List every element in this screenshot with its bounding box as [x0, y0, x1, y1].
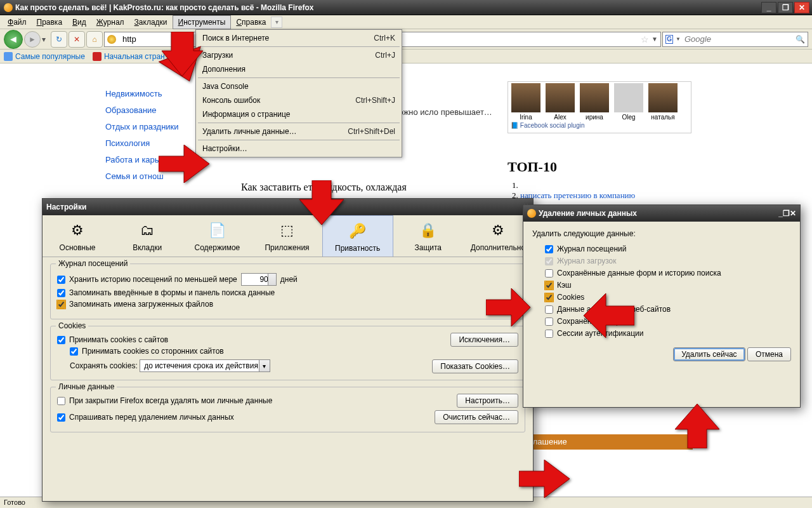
avatar	[648, 83, 678, 112]
menubar-item-5[interactable]: Инструменты	[173, 15, 232, 29]
firefox-icon	[4, 3, 13, 12]
settings-tab-Основные[interactable]: ⚙Основные	[43, 215, 112, 257]
top-10: ТОП-10 написать претензию в компанию	[508, 159, 635, 201]
reload-button[interactable]: ↻	[51, 31, 67, 48]
search-caret[interactable]: ▼	[676, 36, 681, 42]
accept-cookies-checkbox[interactable]	[57, 336, 65, 344]
tools-dropdown-menu: Поиск в ИнтернетеCtrl+KЗагрузкиCtrl+JДоп…	[195, 29, 402, 157]
clear-item-1-label: Журнал загрузок	[557, 257, 617, 265]
settings-tab-Вкладки[interactable]: 🗂Вкладки	[112, 215, 182, 257]
sidebar-link-2[interactable]: Отдых и праздники	[105, 122, 179, 131]
clear-item-0-checkbox[interactable]	[545, 245, 553, 253]
cookies-fieldset: Cookies Исключения… Принимать cookies с …	[50, 326, 525, 380]
clear-item-3-label: Кэш	[557, 281, 572, 290]
arrow-4	[486, 288, 530, 328]
private-configure-button[interactable]: Настроить…	[457, 394, 518, 408]
search-input[interactable]	[683, 34, 793, 44]
status-text: Готово	[4, 498, 25, 506]
clear-on-close-checkbox[interactable]	[57, 397, 65, 405]
bookmark-item-1[interactable]: Начальная стран	[93, 52, 165, 61]
ask-before-label: Спрашивать перед удалением личных данных	[69, 413, 234, 422]
clear-item-0-label: Журнал посещений	[557, 244, 626, 253]
settings-title: Настройки	[46, 203, 523, 211]
keep-cookies-select[interactable]: до истечения срока их действия	[140, 359, 270, 372]
delete-now-button[interactable]: Удалить сейчас	[673, 347, 745, 361]
svg-marker-1	[162, 32, 203, 76]
menu-item-7[interactable]: Информация о странице	[197, 107, 400, 121]
clear-item-4-checkbox[interactable]	[545, 293, 553, 302]
history-caret[interactable]: ▾	[42, 35, 49, 44]
clear-restore-button[interactable]: ❐	[783, 209, 790, 218]
menu-item-0[interactable]: Поиск в ИнтернетеCtrl+K	[197, 31, 400, 45]
search-go-icon[interactable]: 🔍	[796, 35, 805, 44]
clear-close-button[interactable]: ✕	[790, 209, 796, 218]
settings-dialog: Настройки ✕ ⚙Основные🗂Вкладки📄Содержимое…	[42, 198, 534, 502]
keep-history-checkbox[interactable]	[57, 276, 65, 284]
accept-cookies-label: Принимать cookies с сайтов	[69, 335, 168, 344]
avatar	[614, 83, 643, 112]
svg-marker-3	[299, 180, 344, 225]
nav-toolbar: ◄ ► ▾ ↻ ✕ ⌂ ☆ ▼ G ▼ 🔍	[0, 29, 812, 50]
social-person-2[interactable]: ирина	[578, 83, 611, 121]
clear-item-2-checkbox[interactable]	[545, 269, 553, 277]
back-button[interactable]: ◄	[4, 30, 23, 49]
ask-before-checkbox[interactable]	[57, 413, 65, 422]
tab-icon: ⬚	[277, 220, 297, 241]
clear-item-6-checkbox[interactable]	[545, 318, 553, 326]
clear-item-5-checkbox[interactable]	[545, 305, 553, 314]
cookies-exceptions-button[interactable]: Исключения…	[450, 333, 518, 347]
search-box[interactable]: G ▼ 🔍	[662, 32, 808, 47]
clear-item-1-checkbox	[545, 257, 553, 265]
top10-link-0[interactable]: написать претензию в компанию	[520, 190, 635, 200]
avatar	[546, 83, 575, 112]
clear-item-7-checkbox[interactable]	[545, 330, 553, 338]
bookmark-icon	[93, 52, 102, 61]
menu-item-11[interactable]: Настройки…	[197, 142, 400, 156]
menu-item-6[interactable]: Консоль ошибокCtrl+Shift+J	[197, 93, 400, 107]
page-chevron-icon[interactable]: ▾	[271, 17, 282, 28]
social-person-3[interactable]: Oleg	[612, 83, 645, 121]
window-close-button[interactable]: ✕	[794, 2, 809, 13]
settings-titlebar[interactable]: Настройки ✕	[43, 199, 533, 215]
home-button[interactable]: ⌂	[86, 31, 103, 48]
clear-data-titlebar[interactable]: Удаление личных данных _ ❐ ✕	[523, 205, 800, 222]
settings-tab-Содержимое[interactable]: 📄Содержимое	[182, 215, 252, 257]
clear-item-3-checkbox[interactable]	[545, 281, 553, 290]
menu-item-2[interactable]: ЗагрузкиCtrl+J	[197, 48, 400, 62]
sidebar-link-0[interactable]: Недвижимость	[105, 89, 179, 98]
menubar-item-1[interactable]: Правка	[32, 16, 68, 29]
window-minimize-button[interactable]: _	[761, 2, 776, 13]
clear-now-button[interactable]: Очистить сейчас…	[435, 410, 518, 424]
accept-third-party-checkbox[interactable]	[70, 347, 78, 356]
remember-downloads-checkbox[interactable]	[57, 300, 65, 309]
clear-on-close-label: При закрытии Firefox всегда удалять мои …	[69, 396, 272, 405]
bookmark-item-0[interactable]: Самые популярные	[4, 52, 85, 61]
bookmark-star-icon[interactable]: ☆	[641, 34, 649, 44]
url-history-caret[interactable]: ▼	[652, 36, 658, 43]
menubar-item-2[interactable]: Вид	[67, 16, 91, 29]
sidebar-link-1[interactable]: Образование	[105, 105, 179, 115]
social-person-4[interactable]: наталья	[646, 83, 679, 121]
svg-marker-4	[486, 288, 530, 326]
menu-item-5[interactable]: Java Console	[197, 79, 400, 93]
settings-tab-Защита[interactable]: 🔒Защита	[393, 215, 463, 257]
menubar-item-4[interactable]: Закладки	[129, 16, 173, 29]
window-restore-button[interactable]: ❐	[778, 2, 793, 13]
social-person-1[interactable]: Alex	[544, 83, 577, 121]
accept-third-label: Принимать cookies со сторонних сайтов	[82, 347, 224, 356]
menubar-item-3[interactable]: Журнал	[91, 16, 129, 29]
menu-item-9[interactable]: Удалить личные данные…Ctrl+Shift+Del	[197, 124, 400, 138]
social-person-0[interactable]: Irina	[509, 83, 542, 121]
stop-button[interactable]: ✕	[69, 31, 85, 48]
menu-item-3[interactable]: Дополнения	[197, 62, 400, 76]
search-engine-icon[interactable]: G	[665, 35, 673, 44]
forward-button[interactable]: ►	[24, 31, 41, 48]
menubar-item-0[interactable]: Файл	[3, 16, 32, 29]
cancel-button[interactable]: Отмена	[747, 347, 791, 361]
remember-forms-checkbox[interactable]	[57, 289, 65, 297]
show-cookies-button[interactable]: Показать Cookies…	[432, 359, 518, 373]
menubar-item-6[interactable]: Справка	[231, 16, 271, 29]
clear-minimize-button[interactable]: _	[778, 209, 783, 218]
article-title: Как заставить еть жидкость, охлаждая	[241, 182, 495, 193]
history-days-spinner[interactable]: 90	[241, 273, 277, 286]
